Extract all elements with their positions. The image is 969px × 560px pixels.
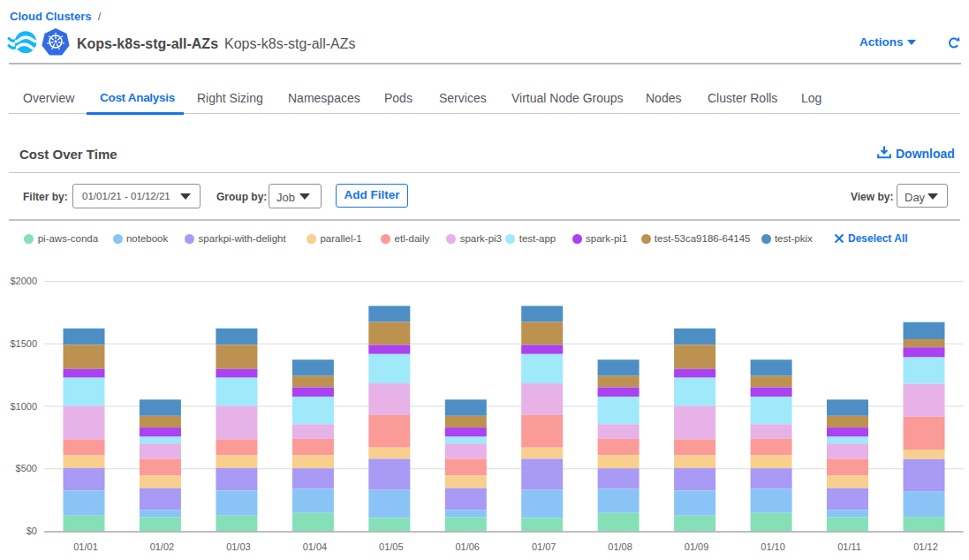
svg-text:01/06: 01/06 — [455, 541, 480, 552]
svg-text:01/05: 01/05 — [379, 541, 404, 552]
svg-text:01/09: 01/09 — [685, 541, 709, 552]
svg-text:01/10: 01/10 — [761, 541, 785, 552]
svg-text:01/03: 01/03 — [226, 541, 251, 552]
svg-text:01/01: 01/01 — [73, 541, 98, 552]
svg-text:$0: $0 — [26, 526, 37, 536]
svg-text:$1000: $1000 — [10, 401, 37, 412]
svg-text:$1500: $1500 — [10, 338, 37, 349]
svg-text:01/04: 01/04 — [303, 541, 328, 552]
svg-text:01/07: 01/07 — [532, 541, 556, 552]
svg-text:$2000: $2000 — [10, 276, 37, 286]
svg-text:01/12: 01/12 — [913, 541, 938, 552]
svg-text:$500: $500 — [16, 463, 37, 473]
svg-text:01/08: 01/08 — [608, 541, 632, 552]
svg-text:01/11: 01/11 — [837, 541, 861, 552]
svg-text:01/02: 01/02 — [150, 541, 175, 552]
